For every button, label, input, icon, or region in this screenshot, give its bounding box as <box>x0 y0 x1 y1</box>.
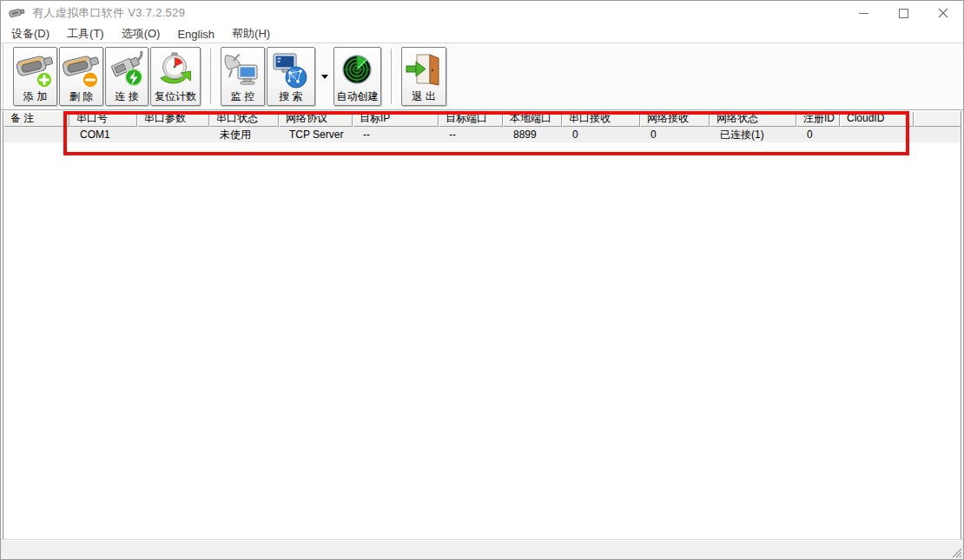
monitor-button[interactable]: 监 控 <box>221 47 265 106</box>
auto-create-button-label: 自动创建 <box>337 90 379 103</box>
cell-net-status: 已连接(1) <box>710 127 796 142</box>
cell-net-received: 0 <box>640 127 710 142</box>
table-header-row: 备 注 串口号 串口参数 串口状态 网络协议 目标IP 目标端口 本地端口 串口… <box>3 111 961 127</box>
column-header-net-received[interactable]: 网络接收 <box>640 111 710 127</box>
close-button[interactable] <box>923 1 963 25</box>
app-logo-serial-connector-icon <box>9 6 26 20</box>
cell-register-id: 0 <box>796 127 840 142</box>
window-controls <box>843 1 963 25</box>
stopwatch-reset-icon <box>155 51 195 90</box>
monitor-button-label: 监 控 <box>231 90 254 103</box>
cell-serial-status: 未使用 <box>209 127 279 142</box>
delete-button[interactable]: 删 除 <box>59 47 103 106</box>
title-bar: 有人虚拟串口软件 V3.7.2.529 <box>1 1 963 25</box>
serial-connector-minus-icon <box>62 51 102 90</box>
toolbar-separator <box>210 49 212 104</box>
exit-button[interactable]: 退 出 <box>401 47 446 106</box>
cell-filler <box>914 127 961 142</box>
column-header-net-status[interactable]: 网络状态 <box>710 111 796 127</box>
connect-button-label: 连 接 <box>115 90 138 103</box>
column-header-serial-received[interactable]: 串口接收 <box>562 111 640 127</box>
menu-help[interactable]: 帮助(H) <box>223 26 279 42</box>
delete-button-label: 删 除 <box>69 90 93 103</box>
column-header-target-port[interactable]: 目标端口 <box>439 111 503 127</box>
window-title: 有人虚拟串口软件 V3.7.2.529 <box>32 5 185 21</box>
column-header-register-id[interactable]: 注册ID <box>796 111 840 127</box>
close-icon <box>938 8 948 18</box>
cell-com-port: COM1 <box>69 127 137 142</box>
reset-count-button[interactable]: 复位计数 <box>150 47 201 106</box>
column-header-net-protocol[interactable]: 网络协议 <box>279 111 353 127</box>
list-empty-area <box>3 142 961 539</box>
column-header-remark[interactable]: 备 注 <box>3 111 69 127</box>
reset-count-button-label: 复位计数 <box>155 90 196 103</box>
column-header-com-port[interactable]: 串口号 <box>69 111 137 127</box>
menu-tools[interactable]: 工具(T) <box>58 26 113 42</box>
cell-serial-received: 0 <box>562 127 640 142</box>
menu-device[interactable]: 设备(D) <box>3 26 58 42</box>
add-button[interactable]: 添 加 <box>13 47 57 106</box>
serial-connector-plus-icon <box>16 51 56 90</box>
column-header-filler <box>914 111 961 127</box>
menu-bar: 设备(D) 工具(T) 选项(O) English 帮助(H) <box>1 25 963 43</box>
minimize-button[interactable] <box>843 1 883 25</box>
radar-icon <box>338 51 378 90</box>
column-header-serial-status[interactable]: 串口状态 <box>209 111 279 127</box>
column-header-local-port[interactable]: 本地端口 <box>503 111 562 127</box>
cell-target-ip: -- <box>353 127 439 142</box>
menu-english[interactable]: English <box>168 28 223 41</box>
auto-create-button[interactable]: 自动创建 <box>333 47 381 106</box>
search-button-label: 搜 索 <box>279 90 302 103</box>
app-window: 有人虚拟串口软件 V3.7.2.529 设备(D) 工具(T) 选项(O) En… <box>0 0 964 560</box>
column-header-target-ip[interactable]: 目标IP <box>353 111 439 127</box>
resize-grip-icon[interactable] <box>950 546 962 558</box>
cell-target-port: -- <box>439 127 503 142</box>
port-list-view: 备 注 串口号 串口参数 串口状态 网络协议 目标IP 目标端口 本地端口 串口… <box>3 111 961 539</box>
chevron-down-icon <box>321 75 328 79</box>
column-header-serial-params[interactable]: 串口参数 <box>137 111 209 127</box>
exit-door-icon <box>404 51 444 90</box>
connect-button[interactable]: 连 接 <box>105 47 149 106</box>
maximize-button[interactable] <box>883 1 923 25</box>
cell-net-protocol: TCP Server <box>279 127 353 142</box>
connector-bolt-icon <box>108 51 148 90</box>
column-header-cloud-id[interactable]: CloudID <box>840 111 914 127</box>
cell-cloud-id <box>840 127 914 142</box>
satellite-monitor-icon <box>223 51 263 90</box>
table-row-com1[interactable]: COM1 未使用 TCP Server -- -- 8899 0 0 已连接(1… <box>3 127 961 142</box>
toolbar: 添 加 删 除 <box>1 43 963 110</box>
menu-options[interactable]: 选项(O) <box>113 26 169 42</box>
cell-remark <box>3 127 69 142</box>
cell-local-port: 8899 <box>503 127 562 142</box>
status-bar <box>1 539 963 559</box>
exit-button-label: 退 出 <box>412 90 435 103</box>
add-button-label: 添 加 <box>23 90 47 103</box>
toolbar-separator <box>391 49 393 104</box>
search-button[interactable]: 搜 索 <box>267 47 315 106</box>
maximize-icon <box>899 9 908 18</box>
minimize-icon <box>859 13 868 14</box>
network-search-icon <box>271 51 311 90</box>
cell-serial-params <box>137 127 209 142</box>
search-dropdown-button[interactable] <box>317 47 332 106</box>
